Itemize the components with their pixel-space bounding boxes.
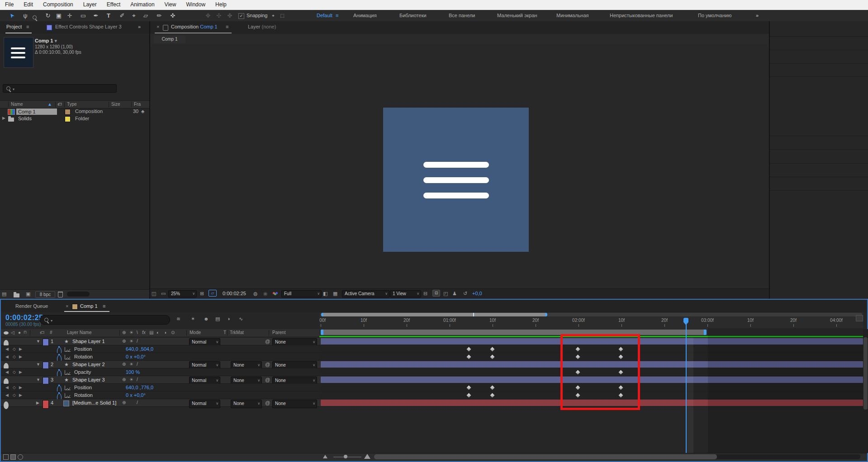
shy-switch-icon[interactable]: ⊕ [122, 330, 126, 335]
parent-pickwhip-icon[interactable]: @ [265, 361, 270, 368]
composition-mini-flowchart-icon[interactable]: ≋ [176, 316, 180, 322]
menu-edit[interactable]: Edit [19, 0, 38, 10]
workspace-tab-default[interactable]: Default [317, 13, 332, 18]
collapse-switch-icon[interactable]: ☀ [129, 338, 133, 345]
column-size[interactable]: Size [111, 101, 120, 108]
property-name[interactable]: Rotation [74, 353, 93, 361]
keyframe-diamond[interactable] [467, 386, 471, 390]
draft-3d-icon[interactable]: ✶ [191, 316, 195, 322]
project-hscrollbar[interactable] [67, 292, 90, 297]
graph-icon[interactable] [65, 370, 71, 375]
motion-blur-switch-icon[interactable]: ◐ [157, 330, 159, 335]
lock-icon[interactable] [163, 25, 168, 31]
layer-name[interactable]: Shape Layer 1 [72, 338, 105, 345]
graph-icon[interactable] [65, 355, 71, 359]
video-visibility-toggle[interactable] [4, 401, 9, 409]
magnification-dropdown[interactable]: 25%∨ [168, 290, 197, 297]
layer-row[interactable]: ▶ 4 [Medium...e Solid 1] ⊕ / Normal∨ Non… [1, 399, 319, 407]
menu-help[interactable]: Help [210, 0, 232, 10]
label-column-icon[interactable]: 🏷︎ [57, 101, 62, 108]
next-keyframe-icon[interactable]: ▶ [19, 353, 22, 361]
layer-name[interactable]: Shape Layer 2 [72, 361, 105, 368]
column-type[interactable]: Type [67, 101, 77, 108]
keyframe-diamond[interactable] [490, 386, 495, 390]
workspace-tab-animation[interactable]: Анимация [353, 13, 377, 18]
column-t[interactable]: T [223, 330, 226, 335]
flowchart-icon[interactable]: ♣ [141, 108, 144, 114]
close-tab-icon[interactable]: × [157, 24, 159, 29]
solo-column-icon[interactable]: ● [18, 330, 21, 335]
property-row[interactable]: ◀ ◇ ▶ Rotation 0 x +0,0° [1, 391, 319, 399]
parent-pickwhip-icon[interactable]: @ [265, 399, 270, 407]
playhead-line[interactable] [686, 320, 687, 453]
layer-row[interactable]: ▼ 1 ★ Shape Layer 1 ⊕ ☀ / Normal∨ @ None… [1, 338, 319, 345]
selection-tool-icon[interactable]: ➤ [5, 9, 18, 22]
disclosure-triangle[interactable]: ▼ [36, 376, 40, 384]
interpret-footage-icon[interactable]: ▤ [2, 291, 6, 297]
keyframe-diamond[interactable] [467, 355, 471, 359]
timeline-hscrollbar[interactable] [374, 454, 860, 459]
zoom-tool-icon[interactable] [30, 11, 39, 22]
exposure-value[interactable]: +0,0 [472, 291, 482, 296]
expand-transfer-controls-icon[interactable] [10, 454, 16, 460]
close-tab-icon[interactable]: × [66, 303, 68, 309]
workspace-tab-undocked[interactable]: Непристыкованные панели [610, 13, 673, 18]
workspace-tab-default-ru[interactable]: По умолчанию [698, 13, 731, 18]
keyframe-diamond[interactable] [467, 347, 471, 352]
property-value[interactable]: 0 x +0,0° [126, 391, 146, 399]
shy-switch-icon[interactable]: ⊕ [122, 399, 126, 407]
zoom-out-mountain-icon[interactable] [323, 455, 327, 458]
graph-icon[interactable] [65, 393, 71, 398]
zoom-in-mountain-icon[interactable] [364, 454, 370, 459]
always-preview-icon[interactable]: ◫ [152, 291, 156, 297]
viewer-canvas[interactable] [150, 44, 769, 288]
quality-switch-icon[interactable]: \ [137, 330, 138, 335]
label-color-swatch[interactable] [65, 109, 71, 115]
add-keyframe-icon[interactable]: ◇ [13, 384, 16, 391]
property-value[interactable]: 0 x +0,0° [126, 353, 146, 361]
snapshot-icon[interactable]: ◍ [253, 291, 258, 297]
column-name[interactable]: Name [11, 101, 23, 108]
pixel-aspect-correction-icon[interactable]: ⊡ [432, 290, 440, 297]
property-value[interactable]: 640,0 ,776,0 [126, 384, 153, 391]
property-value[interactable]: 100 % [126, 368, 140, 376]
workspace-menu-icon[interactable]: ≡ [336, 13, 338, 18]
region-of-interest-icon[interactable]: ▱ [209, 290, 217, 297]
project-tab-overflow[interactable]: » [138, 24, 141, 29]
pen-tool-icon[interactable]: ✒ [91, 11, 100, 20]
menu-view[interactable]: View [160, 0, 181, 10]
next-keyframe-icon[interactable]: ▶ [19, 391, 22, 399]
tab-comp1[interactable]: Comp 1 [80, 303, 98, 309]
reset-exposure-icon[interactable]: ↺ [463, 291, 467, 297]
layer-color-swatch[interactable] [43, 400, 49, 409]
previous-keyframe-icon[interactable]: ◀ [5, 345, 9, 353]
menu-window[interactable]: Window [181, 0, 210, 10]
tab-effect-controls[interactable]: Effect Controls Shape Layer 3 [55, 24, 122, 29]
column-mode[interactable]: Mode [190, 330, 201, 335]
work-area-bar[interactable] [321, 330, 707, 335]
disclosure-triangle[interactable]: ▶ [36, 399, 39, 407]
rotate-tool-icon[interactable]: ↻ [43, 11, 52, 20]
menu-composition[interactable]: Composition [38, 0, 78, 10]
keyframe-diamond[interactable] [467, 393, 471, 398]
lock-column-icon[interactable]: ⊓ [24, 330, 27, 335]
time-ruler[interactable]: 0:00f10f20f01:00f10f20f02:00f10f20f03:00… [319, 318, 863, 329]
search-dropdown-icon[interactable]: ▾ [13, 87, 14, 91]
menu-effect[interactable]: Effect [102, 0, 125, 10]
column-layer-name[interactable]: Layer Name [67, 330, 91, 335]
composition-canvas[interactable] [383, 108, 529, 252]
timeline-search-input[interactable]: ▾ [40, 315, 170, 325]
clone-stamp-tool-icon[interactable]: ⌖ [129, 11, 138, 20]
property-row[interactable]: ◀ ◇ ▶ Opacity 100 % [1, 368, 319, 376]
camera-dropdown[interactable]: Active Camera∨ [342, 290, 389, 297]
time-navigator-handle[interactable] [321, 313, 547, 316]
rectangle-tool-icon[interactable]: ▭ [79, 11, 88, 20]
transparency-grid-icon[interactable]: ▦ [333, 291, 337, 297]
previous-keyframe-icon[interactable]: ◀ [5, 384, 9, 391]
property-name[interactable]: Position [74, 345, 92, 353]
camera-tool-icon[interactable]: ▣ [54, 11, 63, 20]
shy-switch-icon[interactable]: ⊕ [122, 376, 126, 384]
label-column-icon[interactable]: 🏷︎ [40, 330, 44, 335]
puppet-pin-tool-icon[interactable]: ✜ [168, 11, 177, 20]
label-color-swatch[interactable] [65, 116, 71, 122]
